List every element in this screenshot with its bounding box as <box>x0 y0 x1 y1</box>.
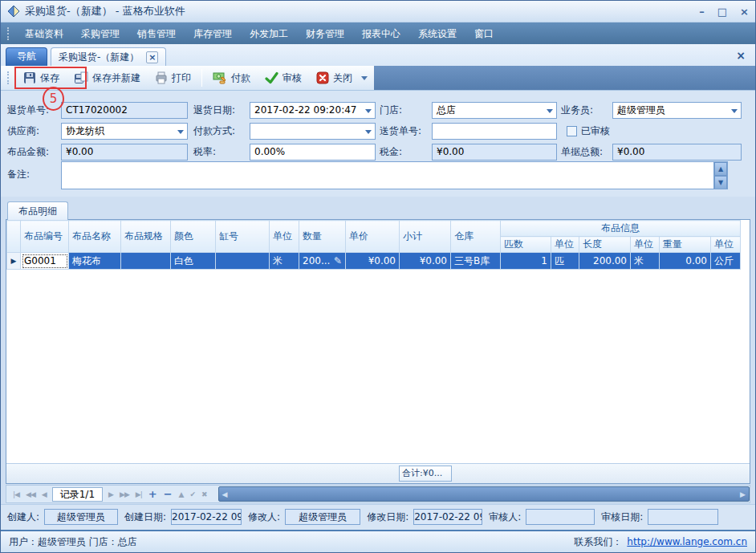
cell-vat[interactable] <box>216 253 270 270</box>
website-link[interactable]: http://www.lange.com.cn <box>627 536 747 547</box>
cell-length-unit[interactable]: 米 <box>631 253 660 270</box>
cell-length[interactable]: 200.00 <box>579 253 631 270</box>
nav-prior-page-button[interactable]: ◀◀ <box>22 490 39 498</box>
cell-subtotal[interactable]: ¥0.00 <box>400 253 451 270</box>
dropdown-icon[interactable] <box>365 130 372 134</box>
return-date-field[interactable]: 2017-02-22 09:20:47 <box>250 102 376 119</box>
dropdown-icon[interactable] <box>731 109 738 113</box>
menu-inventory[interactable]: 库存管理 <box>185 23 241 44</box>
return-no-field[interactable]: CT17020002 <box>61 102 188 119</box>
col-header-length[interactable]: 长度 <box>579 237 631 253</box>
remark-field[interactable]: ▲ ▼ <box>61 161 728 189</box>
tabstrip-close-icon[interactable]: × <box>736 49 746 62</box>
col-header-name[interactable]: 布品名称 <box>69 221 121 253</box>
menu-purchase[interactable]: 采购管理 <box>72 23 128 44</box>
cell-price[interactable]: ¥0.00 <box>346 253 400 270</box>
salesman-field[interactable]: 超级管理员 <box>612 102 742 119</box>
audit-button[interactable]: 审核 <box>258 67 309 88</box>
dropdown-icon[interactable] <box>547 109 553 113</box>
menu-sales[interactable]: 销售管理 <box>128 23 185 44</box>
col-header-unit[interactable]: 单位 <box>270 221 299 253</box>
tax-rate-field[interactable]: 0.00% <box>250 144 376 161</box>
fabric-amount-field[interactable]: ¥0.00 <box>61 144 188 161</box>
cell-spec[interactable] <box>121 253 171 270</box>
col-header-price[interactable]: 单价 <box>346 221 400 253</box>
nav-cancel-button[interactable]: ✖ <box>198 490 210 498</box>
col-header-vat[interactable]: 缸号 <box>216 221 270 253</box>
cell-pieces-unit[interactable]: 匹 <box>551 253 579 270</box>
detail-panel: 布品明细 布品编号 布品名称 布品规格 颜色 缸号 单位 数量 单价 小计 <box>1 197 755 504</box>
tab-purchase-return[interactable]: 采购退货-（新建） × <box>51 47 166 66</box>
col-header-weight[interactable]: 重量 <box>660 237 711 253</box>
cell-qty[interactable]: 200...✎ <box>299 253 346 270</box>
cell-weight-unit[interactable]: 公斤 <box>711 253 741 270</box>
audited-checkbox[interactable] <box>567 126 577 136</box>
horizontal-scrollbar[interactable]: ◀ ▶ <box>218 486 750 502</box>
menu-window[interactable]: 窗口 <box>465 23 502 44</box>
col-header-pieces-unit[interactable]: 单位 <box>551 237 579 253</box>
col-header-warehouse[interactable]: 仓库 <box>451 221 501 253</box>
store-label: 门店: <box>380 102 402 119</box>
nav-insert-button[interactable]: + <box>145 488 161 500</box>
toolbar-filler <box>374 66 755 90</box>
col-header-pieces[interactable]: 匹数 <box>501 237 551 253</box>
scroll-right-icon[interactable]: ▶ <box>740 490 746 498</box>
col-header-color[interactable]: 颜色 <box>171 221 216 253</box>
menu-reports[interactable]: 报表中心 <box>353 23 409 44</box>
nav-edit-button[interactable]: ▲ <box>176 490 187 498</box>
supplier-field[interactable]: 协龙纺织 <box>61 123 188 140</box>
payment-method-field[interactable] <box>250 123 376 140</box>
col-header-subtotal[interactable]: 小计 <box>400 221 451 253</box>
cell-code[interactable]: G0001 <box>21 253 69 270</box>
col-header-weight-unit[interactable]: 单位 <box>711 237 741 253</box>
nav-post-button[interactable]: ✔ <box>187 490 199 498</box>
delivery-no-label: 送货单号: <box>380 123 421 140</box>
nav-first-button[interactable]: |◀ <box>10 490 22 498</box>
dropdown-icon[interactable] <box>365 109 372 113</box>
edit-pencil-icon: ✎ <box>334 255 342 266</box>
cell-pieces[interactable]: 1 <box>501 253 551 270</box>
minimize-button[interactable]: – <box>699 6 705 18</box>
scroll-up-icon[interactable]: ▲ <box>714 162 727 176</box>
tab-fabric-detail[interactable]: 布品明细 <box>7 201 68 220</box>
cell-color[interactable]: 白色 <box>171 253 216 270</box>
nav-prior-button[interactable]: ◀ <box>39 490 50 498</box>
tab-navigation[interactable]: 导航 <box>6 47 47 66</box>
nav-next-button[interactable]: ▶ <box>105 490 116 498</box>
tab-close-icon[interactable]: × <box>146 51 158 63</box>
col-header-length-unit[interactable]: 单位 <box>631 237 660 253</box>
cell-warehouse[interactable]: 三号B库 <box>451 253 501 270</box>
menu-finance[interactable]: 财务管理 <box>297 23 353 44</box>
subtotal-sum-box: 合计:¥0... <box>399 466 452 482</box>
nav-last-button[interactable]: ▶| <box>132 490 145 498</box>
nav-delete-button[interactable]: − <box>161 488 176 500</box>
col-header-spec[interactable]: 布品规格 <box>121 221 171 253</box>
delivery-no-field[interactable] <box>432 123 557 140</box>
return-date-label: 退货日期: <box>193 102 235 119</box>
menu-basic-data[interactable]: 基础资料 <box>16 23 72 44</box>
remark-scrollbar[interactable]: ▲ ▼ <box>713 162 727 189</box>
nav-next-page-button[interactable]: ▶▶ <box>116 490 132 498</box>
maximize-button[interactable]: □ <box>717 6 727 18</box>
close-dropdown-caret-icon[interactable] <box>361 76 368 80</box>
cell-unit[interactable]: 米 <box>270 253 299 270</box>
cell-weight[interactable]: 0.00 <box>660 253 711 270</box>
close-document-button[interactable]: 关闭 <box>309 67 360 88</box>
store-field[interactable]: 总店 <box>432 102 557 119</box>
col-header-qty[interactable]: 数量 <box>299 221 346 253</box>
dropdown-icon[interactable] <box>177 130 184 134</box>
print-button[interactable]: 打印 <box>148 67 198 88</box>
menu-system-settings[interactable]: 系统设置 <box>409 23 465 44</box>
close-window-button[interactable]: × <box>740 6 749 18</box>
table-row[interactable]: ▶ G0001 梅花布 白色 米 200...✎ ¥0.00 ¥0.00 三号B… <box>7 253 741 270</box>
scroll-left-icon[interactable]: ◀ <box>222 490 228 498</box>
audited-checkbox-label[interactable]: 已审核 <box>581 123 610 140</box>
menu-outsourcing[interactable]: 外发加工 <box>241 23 297 44</box>
cell-name[interactable]: 梅花布 <box>69 253 121 270</box>
scroll-down-icon[interactable]: ▼ <box>714 176 727 189</box>
print-icon <box>155 71 168 84</box>
tax-field[interactable]: ¥0.00 <box>432 144 557 161</box>
total-amount-field[interactable]: ¥0.00 <box>612 144 742 161</box>
col-header-code[interactable]: 布品编号 <box>21 221 69 253</box>
pay-button[interactable]: 付款 <box>205 67 258 88</box>
